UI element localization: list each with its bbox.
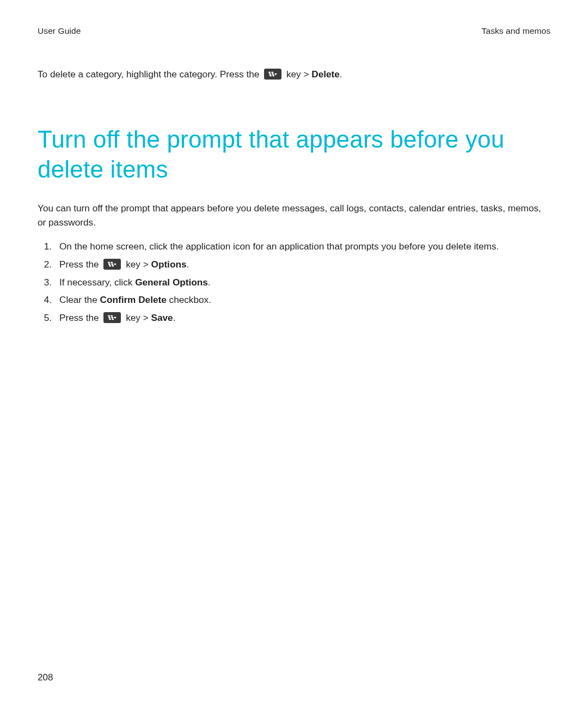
intro-paragraph: To delete a category, highlight the cate… xyxy=(38,68,550,82)
step-2: Press the key > Options. xyxy=(42,257,550,272)
step-4-prefix: Clear the xyxy=(59,294,100,305)
step-4-bold: Confirm Delete xyxy=(100,294,167,305)
section-title: Turn off the prompt that appears before … xyxy=(38,124,550,184)
step-5-suffix: . xyxy=(173,312,176,323)
intro-middle: key > xyxy=(286,69,311,80)
step-3-suffix: . xyxy=(208,277,211,288)
step-3-prefix: If necessary, click xyxy=(59,277,135,288)
svg-point-3 xyxy=(272,74,274,75)
svg-point-10 xyxy=(112,264,114,265)
svg-point-4 xyxy=(275,74,277,75)
svg-point-8 xyxy=(111,262,113,264)
step-5-prefix: Press the xyxy=(59,312,101,323)
step-3: If necessary, click General Options. xyxy=(42,275,550,290)
svg-point-18 xyxy=(114,317,117,319)
step-4-suffix: checkbox. xyxy=(167,294,211,305)
menu-key-icon xyxy=(264,69,281,80)
svg-point-15 xyxy=(111,315,113,317)
step-2-middle: key > xyxy=(126,259,151,270)
document-page: User Guide Tasks and memos To delete a c… xyxy=(0,0,588,706)
header-left: User Guide xyxy=(38,26,81,36)
step-3-bold: General Options xyxy=(135,277,208,288)
svg-point-12 xyxy=(109,265,111,267)
page-number: 208 xyxy=(38,672,53,683)
svg-point-13 xyxy=(112,265,114,267)
step-2-bold: Options xyxy=(151,259,187,270)
header-right: Tasks and memos xyxy=(482,26,550,36)
svg-point-14 xyxy=(108,315,110,317)
svg-point-11 xyxy=(114,264,117,265)
svg-point-16 xyxy=(108,317,111,319)
step-5-bold: Save xyxy=(151,312,173,323)
menu-key-icon xyxy=(103,312,121,323)
svg-point-0 xyxy=(268,72,271,74)
intro-bold: Delete xyxy=(311,69,340,80)
step-5-middle: key > xyxy=(126,312,151,323)
svg-point-9 xyxy=(108,264,111,265)
page-header: User Guide Tasks and memos xyxy=(38,26,550,36)
svg-point-19 xyxy=(109,319,111,320)
svg-point-5 xyxy=(270,75,272,77)
step-5: Press the key > Save. xyxy=(42,311,550,325)
step-4: Clear the Confirm Delete checkbox. xyxy=(42,293,550,307)
step-2-prefix: Press the xyxy=(59,259,101,270)
svg-point-1 xyxy=(271,72,273,74)
section-body: You can turn off the prompt that appears… xyxy=(38,202,550,230)
svg-point-20 xyxy=(112,319,114,320)
step-2-suffix: . xyxy=(186,259,189,270)
svg-point-17 xyxy=(112,317,114,319)
step-1: On the home screen, click the applicatio… xyxy=(42,239,550,254)
steps-list: On the home screen, click the applicatio… xyxy=(38,239,550,325)
intro-prefix: To delete a category, highlight the cate… xyxy=(38,69,262,80)
svg-point-2 xyxy=(269,74,271,75)
step-1-text: On the home screen, click the applicatio… xyxy=(59,241,499,252)
svg-point-7 xyxy=(108,262,110,264)
intro-suffix: . xyxy=(340,69,342,80)
svg-point-6 xyxy=(272,75,274,77)
menu-key-icon xyxy=(103,259,121,270)
